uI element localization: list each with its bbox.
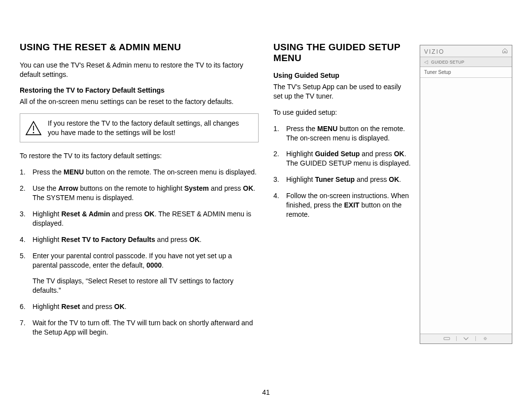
svg-line-11 — [486, 338, 487, 338]
svg-line-10 — [484, 339, 485, 340]
tv-breadcrumb: ◁ GUIDED SETUP — [420, 57, 512, 67]
subsection-heading-guided: Using Guided Setup — [273, 71, 411, 79]
list-item: Press the MENU button on the remote. The… — [273, 124, 411, 143]
right-column: USING THE GUIDED SETUP MENU Using Guided… — [273, 42, 512, 344]
wide-icon — [443, 336, 450, 342]
gear-icon — [482, 336, 489, 342]
divider — [475, 336, 476, 341]
tv-brand-label: VIZIO — [424, 48, 444, 55]
guided-steps: Press the MENU button on the remote. The… — [273, 124, 411, 219]
left-column: USING THE RESET & ADMIN MENU You can use… — [20, 42, 259, 344]
svg-line-8 — [484, 338, 485, 338]
list-item: Follow the on-screen instructions. When … — [273, 191, 411, 219]
restore-steps: Press the MENU button on the remote. The… — [20, 168, 259, 337]
svg-point-3 — [484, 338, 486, 340]
list-item: Wait for the TV to turn off. The TV will… — [20, 318, 259, 337]
list-item: Highlight Reset TV to Factory Defaults a… — [20, 235, 259, 244]
warning-callout: If you restore the TV to the factory def… — [20, 113, 259, 143]
warning-icon — [25, 121, 42, 136]
tv-menu-body — [420, 78, 512, 334]
svg-line-9 — [486, 339, 487, 340]
intro-text: You can use the TV's Reset & Admin menu … — [20, 61, 259, 79]
tv-menu-footer — [420, 334, 512, 343]
list-item: Highlight Tuner Setup and press OK. — [273, 175, 411, 184]
divider — [456, 336, 457, 341]
tv-menu-header: VIZIO — [420, 45, 512, 57]
section-heading-reset-admin: USING THE RESET & ADMIN MENU — [20, 42, 259, 53]
guided-lead: To use guided setup: — [273, 108, 411, 117]
tv-menu-item-tuner-setup: Tuner Setup — [420, 67, 512, 78]
list-item: Press the MENU button on the remote. The… — [20, 168, 259, 177]
list-item: Use the Arrow buttons on the remote to h… — [20, 184, 259, 203]
tv-breadcrumb-label: GUIDED SETUP — [431, 60, 464, 65]
list-item: Highlight Reset and press OK. — [20, 302, 259, 311]
svg-point-1 — [33, 132, 34, 133]
subsection-heading-restore: Restoring the TV to Factory Default Sett… — [20, 86, 259, 94]
restore-lead: To restore the TV to its factory default… — [20, 151, 259, 161]
home-icon — [502, 48, 508, 55]
section-heading-guided-setup: USING THE GUIDED SETUP MENU — [273, 42, 411, 64]
subsection-intro: All of the on-screen menu settings can b… — [20, 97, 259, 106]
list-item: Highlight Guided Setup and press OK. The… — [273, 149, 411, 168]
list-item: Enter your parental control passcode. If… — [20, 251, 259, 296]
svg-rect-2 — [444, 338, 450, 340]
guided-intro: The TV's Setup App can be used to easily… — [273, 82, 411, 101]
tv-menu-screenshot: VIZIO ◁ GUIDED SETUP Tuner Setup — [420, 45, 512, 344]
list-item: Highlight Reset & Admin and press OK. Th… — [20, 209, 259, 228]
chevron-down-icon — [463, 336, 469, 342]
chevron-left-icon: ◁ — [424, 59, 428, 65]
warning-text: If you restore the TV to the factory def… — [48, 119, 251, 137]
page-number: 41 — [262, 388, 270, 396]
